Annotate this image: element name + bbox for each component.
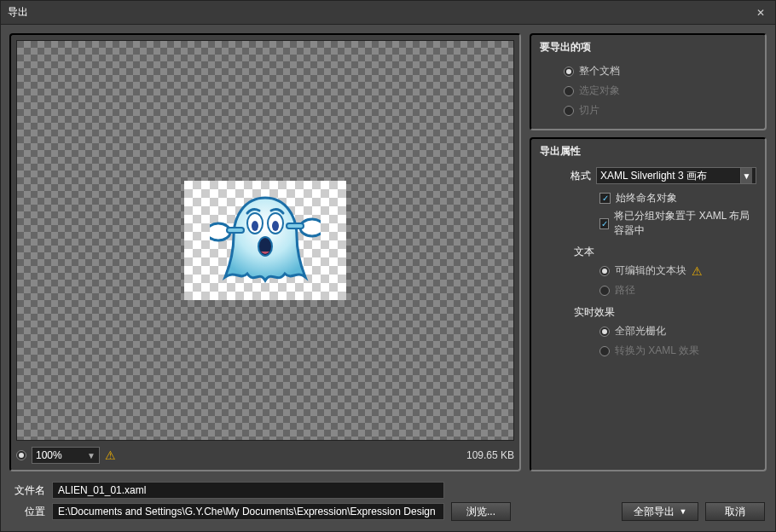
radio-icon [599,286,610,296]
zoom-value: 100% [36,449,62,461]
artwork-ghost-icon [210,185,321,296]
svg-point-6 [252,221,258,231]
chk-always-name[interactable]: 始终命名对象 [540,189,756,207]
text-section-label: 文本 [540,240,756,261]
export-all-button[interactable]: 全部导出 ▼ [622,502,698,521]
artwork-bounds [184,181,346,300]
warning-icon: ⚠ [105,448,116,462]
chk-group-in-layout[interactable]: 将已分组对象置于 XAML 布局容器中 [540,207,756,240]
preview-area[interactable] [16,40,514,441]
radio-icon [599,327,610,337]
opt-selection: 选定对象 [540,81,756,101]
group-title: 导出属性 [531,139,765,162]
opt-whole-document[interactable]: 整个文档 [540,61,756,81]
opt-rasterize-all[interactable]: 全部光栅化 [540,321,756,341]
zoom-select[interactable]: 100% ▼ [32,447,100,464]
close-icon[interactable]: ✕ [753,5,768,20]
effects-section-label: 实时效果 [540,300,756,321]
opt-slices: 切片 [540,101,756,120]
format-select[interactable]: XAML Silverlight 3 画布 ▼ [596,167,756,184]
group-title: 要导出的项 [531,35,765,58]
warning-icon: ⚠ [692,264,703,278]
filename-label: 文件名 [11,483,45,498]
window-title: 导出 [8,5,753,20]
radio-icon [564,106,574,116]
export-properties-group: 导出属性 格式 XAML Silverlight 3 画布 ▼ 始终命名对象 [530,137,767,471]
opt-paths[interactable]: 路径 [540,280,756,300]
filesize-label: 109.65 KB [466,449,514,461]
opt-convert-xaml-fx[interactable]: 转换为 XAML 效果 [540,341,756,361]
filename-input[interactable]: ALIEN_01_01.xaml [52,482,444,499]
titlebar: 导出 ✕ [1,1,775,25]
chevron-down-icon: ▼ [680,507,687,516]
chevron-down-icon: ▼ [740,168,752,183]
radio-icon [599,346,610,356]
format-label: 格式 [565,169,591,183]
opt-editable-text[interactable]: 可编辑的文本块 ⚠ [540,261,756,280]
items-to-export-group: 要导出的项 整个文档 选定对象 切片 [530,33,767,130]
browse-button[interactable]: 浏览... [451,502,511,521]
radio-icon [599,266,610,276]
radio-icon [564,66,574,77]
cancel-button[interactable]: 取消 [705,502,765,521]
export-dialog: 导出 ✕ [0,0,776,532]
svg-rect-3 [287,223,304,228]
location-input[interactable]: E:\Documents and Settings\G.Y.Che\My Doc… [52,503,444,520]
chevron-down-icon: ▼ [87,451,96,460]
location-label: 位置 [11,505,45,519]
checkbox-icon [599,218,609,229]
zoom-mode-radio[interactable] [16,450,26,460]
svg-rect-2 [227,228,244,233]
radio-icon [564,86,574,96]
checkbox-icon [599,193,611,204]
preview-panel: 100% ▼ ⚠ 109.65 KB [9,33,521,471]
svg-point-7 [272,221,279,231]
